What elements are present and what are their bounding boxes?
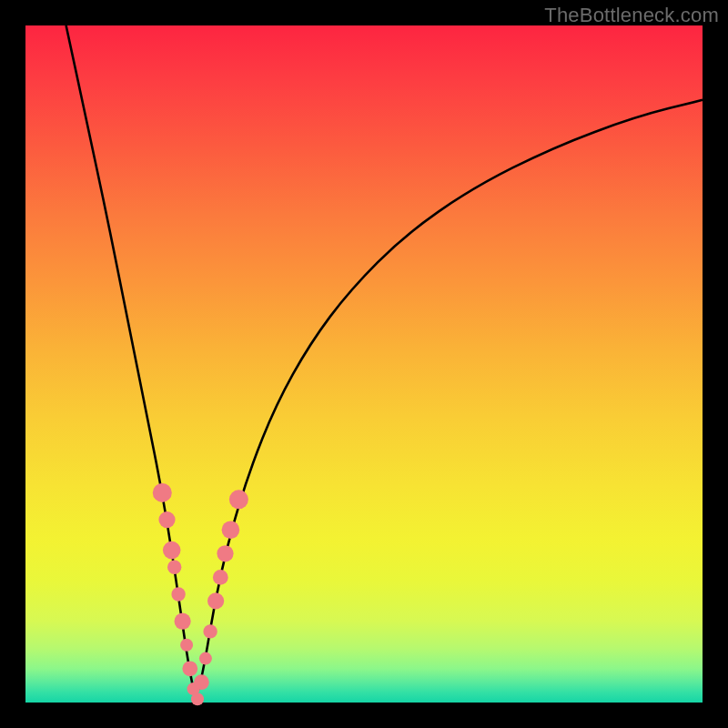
data-point: [163, 541, 181, 560]
bottleneck-curve: [66, 25, 703, 693]
watermark-text: TheBottleneck.com: [544, 4, 719, 27]
data-point: [153, 483, 172, 502]
data-point: [213, 570, 228, 585]
data-point: [171, 587, 185, 601]
data-point: [158, 511, 175, 528]
data-point: [194, 674, 209, 690]
data-point: [203, 624, 217, 638]
plot-area: [25, 25, 703, 703]
data-point: [191, 693, 204, 705]
data-point: [180, 639, 193, 652]
data-point: [217, 545, 233, 561]
data-point: [222, 521, 240, 540]
chart-svg: [25, 25, 703, 703]
data-point: [199, 652, 212, 665]
chart-frame: TheBottleneck.com: [0, 0, 728, 728]
data-point: [229, 490, 248, 509]
data-points-layer: [153, 483, 248, 705]
data-point: [175, 613, 191, 630]
data-point: [182, 661, 197, 676]
data-point: [207, 592, 224, 609]
data-point: [167, 561, 181, 574]
